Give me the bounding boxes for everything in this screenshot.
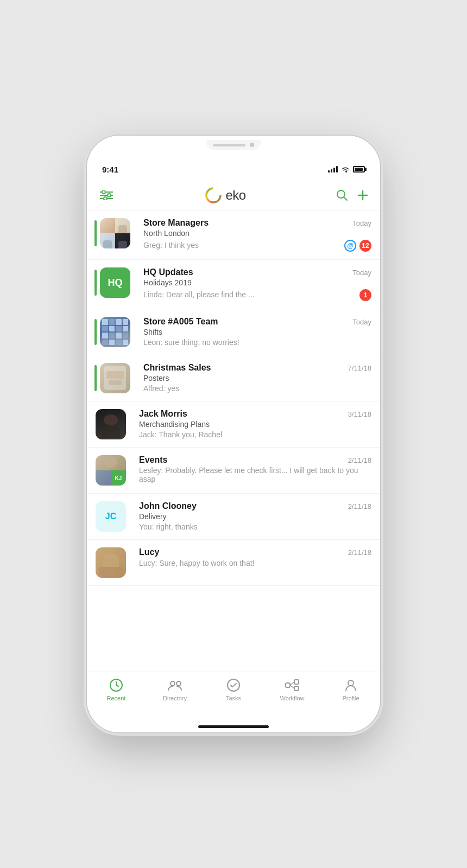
chat-subject: North London [143, 229, 371, 238]
nav-directory[interactable]: Directory [159, 678, 191, 701]
nav-tasks[interactable]: Tasks [217, 678, 250, 701]
chat-avatar-wrap: JC [96, 501, 132, 532]
chat-content: HQ Updates Today Holidays 2019 Linda: De… [143, 267, 371, 301]
chat-content: Store #A005 Team Today Shifts Leon: sure… [143, 317, 371, 347]
svg-rect-15 [286, 683, 290, 687]
nav-directory-label: Directory [163, 695, 187, 701]
svg-line-8 [344, 197, 347, 200]
app-header: eko [87, 180, 380, 210]
chat-subject: Posters [143, 374, 371, 382]
chat-date: 2/11/18 [348, 548, 371, 557]
svg-line-18 [290, 682, 294, 685]
svg-rect-16 [294, 680, 299, 684]
status-time: 9:41 [102, 165, 118, 174]
chat-name: Store Managers [143, 218, 209, 228]
chat-name: Store #A005 Team [143, 317, 218, 327]
chat-item[interactable]: Lucy 2/11/18 Lucy: Sure, happy to work o… [87, 540, 380, 586]
chat-name: Lucy [139, 547, 159, 557]
chat-avatar: KJ [96, 455, 126, 486]
count-badge: 1 [359, 289, 371, 301]
chat-item[interactable]: Store #A005 Team Today Shifts Leon: sure… [87, 309, 380, 355]
header-actions [336, 189, 369, 202]
chat-date: 2/11/18 [348, 456, 371, 464]
chat-avatar: HQ [100, 267, 130, 298]
chat-content: Store Managers Today North London Greg: … [143, 218, 371, 252]
nav-profile[interactable]: Profile [335, 678, 367, 701]
chat-item[interactable]: Store Managers Today North London Greg: … [87, 210, 380, 260]
chat-avatar-wrap: KJ [96, 455, 132, 486]
chat-avatar [100, 218, 130, 248]
add-button[interactable] [356, 189, 369, 202]
svg-point-20 [348, 680, 354, 686]
chat-item[interactable]: JC John Clooney 2/11/18 Delivery You: ri… [87, 494, 380, 540]
camera-dot [250, 143, 254, 147]
nav-workflow-label: Workflow [280, 695, 304, 701]
chat-badges: @ 12 [344, 240, 371, 252]
chat-subject: Shifts [143, 328, 371, 336]
unread-accent [94, 365, 97, 391]
chat-content: Events 2/11/18 Lesley: Probably. Please … [139, 455, 371, 483]
chat-preview: Leon: sure thing, no worries! [143, 338, 239, 347]
chat-subject: Merchandising Plans [139, 420, 371, 429]
chat-avatar [96, 409, 126, 439]
nav-tasks-label: Tasks [226, 695, 241, 701]
chat-date: Today [352, 219, 371, 227]
chat-name: HQ Updates [143, 267, 193, 277]
chat-content: Christmas Sales 7/11/18 Posters Alfred: … [143, 363, 371, 393]
chat-date: 3/11/18 [348, 410, 371, 418]
svg-rect-17 [294, 686, 299, 691]
unread-accent [94, 319, 97, 345]
chat-preview: Greg: I think yes [143, 241, 199, 250]
battery-icon [353, 166, 365, 173]
chat-content: John Clooney 2/11/18 Delivery You: right… [139, 501, 371, 532]
chat-preview: Lucy: Sure, happy to work on that! [139, 559, 254, 567]
nav-recent-label: Recent [107, 695, 126, 701]
svg-point-1 [102, 190, 105, 194]
phone-frame: 9:41 [87, 136, 380, 732]
chat-item[interactable]: HQ HQ Updates Today Holidays 2019 Linda:… [87, 260, 380, 309]
chat-item[interactable]: Christmas Sales 7/11/18 Posters Alfred: … [87, 355, 380, 401]
chat-item[interactable]: KJ Events 2/11/18 Lesley: Probably. Plea… [87, 448, 380, 494]
nav-profile-label: Profile [342, 695, 359, 701]
count-badge: 12 [359, 240, 371, 252]
wifi-icon [341, 166, 350, 173]
bottom-nav: Recent Directory [87, 672, 380, 720]
unread-accent [94, 270, 97, 296]
chat-content: Jack Morris 3/11/18 Merchandising Plans … [139, 409, 371, 439]
chat-list: Store Managers Today North London Greg: … [87, 210, 380, 672]
avatar-initials: JC [96, 501, 126, 532]
avatar-initials: KJ [111, 470, 126, 486]
chat-avatar-wrap [96, 547, 132, 578]
app-logo: eko [205, 187, 245, 204]
chat-subject: Delivery [139, 512, 371, 521]
chat-badges: 1 [359, 289, 371, 301]
svg-point-13 [176, 681, 181, 686]
chat-date: 2/11/18 [348, 502, 371, 510]
search-button[interactable] [336, 189, 349, 202]
svg-point-6 [206, 188, 220, 202]
chat-avatar: JC [96, 501, 126, 532]
chat-date: Today [352, 269, 371, 277]
svg-point-5 [104, 197, 107, 200]
status-bar: 9:41 [87, 153, 380, 180]
app-name: eko [225, 188, 245, 203]
phone-notch [206, 140, 261, 150]
chat-item[interactable]: Jack Morris 3/11/18 Merchandising Plans … [87, 401, 380, 448]
status-icons [328, 166, 365, 173]
chat-preview: Alfred: yes [143, 384, 179, 393]
chat-date: Today [352, 318, 371, 326]
chat-subject: Holidays 2019 [143, 278, 371, 287]
chat-content: Lucy 2/11/18 Lucy: Sure, happy to work o… [139, 547, 371, 568]
filter-button[interactable] [98, 188, 115, 202]
unread-accent [94, 220, 97, 246]
nav-recent[interactable]: Recent [100, 678, 132, 701]
nav-workflow[interactable]: Workflow [276, 678, 308, 701]
screen: 9:41 [87, 136, 380, 732]
svg-point-12 [171, 681, 175, 686]
signal-icon [328, 166, 338, 173]
chat-preview: You: right, thanks [139, 522, 198, 531]
chat-name: Jack Morris [139, 409, 187, 419]
chat-avatar-wrap [96, 409, 132, 439]
chat-avatar-wrap: HQ [96, 267, 137, 298]
avatar-initials: HQ [100, 267, 130, 298]
